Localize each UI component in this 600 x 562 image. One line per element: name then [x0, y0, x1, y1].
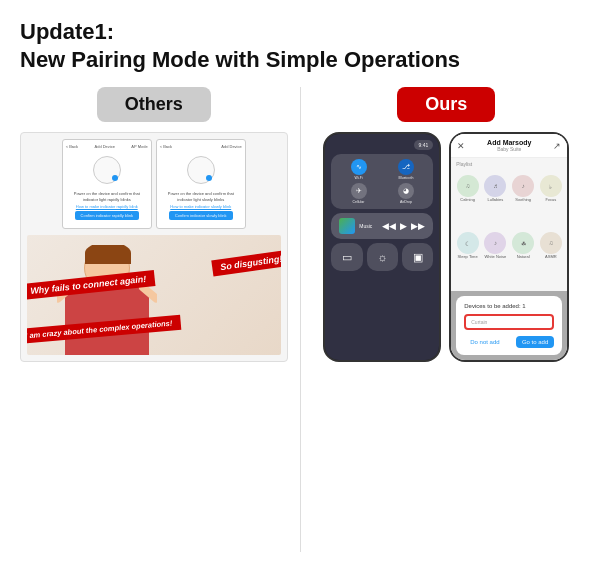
app-nav-titles: Add Marsody Baby Suite	[487, 139, 531, 152]
mini-device-circle-1	[93, 156, 121, 184]
list-item[interactable]: ♭ Focus	[539, 175, 564, 229]
share-icon[interactable]: ↗	[553, 141, 561, 151]
whitenoise-icon: ♪	[484, 232, 506, 254]
list-item[interactable]: ☾ Sleep Time	[455, 232, 480, 286]
right-panel: Ours 9:41 ∿ Wi-Fi	[313, 87, 581, 552]
mini-screen-2-header: < Back Add Device	[160, 144, 242, 149]
camera-icon: ▣	[413, 251, 423, 264]
music-thumbnail	[339, 218, 355, 234]
mini-link-1[interactable]: How to make indicator rapidly blink	[76, 204, 138, 209]
mini-text-2: Power on the device and confirm that ind…	[160, 191, 242, 202]
lullabies-icon: ♬	[484, 175, 506, 197]
brightness-tile[interactable]: ☼	[367, 243, 398, 271]
mini-text-1: Power on the device and confirm that ind…	[66, 191, 148, 202]
person-area: So disgusting! Why fails to connect agai…	[27, 235, 281, 355]
header: Update1: New Pairing Mode with Simple Op…	[20, 18, 580, 73]
do-not-add-button[interactable]: Do not add	[464, 336, 505, 348]
screen-mirror-tile[interactable]: ▭	[331, 243, 362, 271]
ours-phones: 9:41 ∿ Wi-Fi ⎇ Bluetooth	[313, 132, 581, 362]
back-icon[interactable]: ✕	[457, 141, 465, 151]
ours-badge: Ours	[397, 87, 495, 122]
prev-track-button[interactable]: ◀◀	[382, 221, 396, 231]
wifi-toggle[interactable]: ∿ Wi-Fi	[336, 159, 381, 180]
others-content-box: < Back Add Device AP Mode Power on the d…	[20, 132, 288, 362]
dialog-text: Devices to be added: 1	[464, 303, 554, 309]
go-to-add-button[interactable]: Go to add	[516, 336, 554, 348]
mini-button-1[interactable]: Confirm indicator rapidly blink	[75, 211, 139, 220]
app-screen-phone: ✕ Add Marsody Baby Suite ↗ Playlist	[449, 132, 569, 362]
others-badge: Others	[97, 87, 211, 122]
focus-icon: ♭	[540, 175, 562, 197]
ios-control-center-phone: 9:41 ∿ Wi-Fi ⎇ Bluetooth	[323, 132, 441, 362]
phone-screens-row: < Back Add Device AP Mode Power on the d…	[27, 139, 281, 229]
music-controls: ◀◀ ▶ ▶▶	[382, 221, 425, 231]
person-hair	[85, 245, 131, 264]
section-label: Playlist	[451, 158, 567, 170]
left-panel: Others < Back Add Device AP Mode	[20, 87, 288, 552]
list-item[interactable]: ♫ Calming	[455, 175, 480, 229]
mini-button-2[interactable]: Confirm indicator slowly blink	[169, 211, 233, 220]
asmr-icon: ♫	[540, 232, 562, 254]
content-row: Others < Back Add Device AP Mode	[20, 87, 580, 552]
natural-icon: ☘	[512, 232, 534, 254]
app-items-grid: ♫ Calming ♬ Lullabies ♪ Soothing	[451, 170, 567, 291]
dialog-overlay: Devices to be added: 1 Curtain Do not ad…	[451, 291, 567, 360]
list-item[interactable]: ♫ ASMR	[539, 232, 564, 286]
mini-screen-2: < Back Add Device Power on the device an…	[156, 139, 246, 229]
list-item[interactable]: ♪ White Noise	[483, 232, 508, 286]
page-title: Update1: New Pairing Mode with Simple Op…	[20, 18, 580, 73]
calming-icon: ♫	[457, 175, 479, 197]
app-screen: ✕ Add Marsody Baby Suite ↗ Playlist	[451, 134, 567, 360]
dialog-buttons: Do not add Go to add	[464, 336, 554, 348]
mini-screen-1-header: < Back Add Device AP Mode	[66, 144, 148, 149]
bluetooth-toggle[interactable]: ⎇ Bluetooth	[384, 159, 429, 180]
list-item[interactable]: ♪ Soothing	[511, 175, 536, 229]
cellular-icon: ✈	[351, 183, 367, 199]
page: Update1: New Pairing Mode with Simple Op…	[0, 0, 600, 562]
speech-banner-1: So disgusting!	[211, 250, 280, 277]
airdrop-toggle[interactable]: ◕ AirDrop	[384, 183, 429, 204]
airdrop-icon: ◕	[398, 183, 414, 199]
screen-mirror-icon: ▭	[342, 251, 352, 264]
control-center: 9:41 ∿ Wi-Fi ⎇ Bluetooth	[325, 134, 439, 360]
bluetooth-icon: ⎇	[398, 159, 414, 175]
soothing-icon: ♪	[512, 175, 534, 197]
cellular-toggle[interactable]: ✈ Cellular	[336, 183, 381, 204]
next-track-button[interactable]: ▶▶	[411, 221, 425, 231]
mini-circle-dot-1	[112, 175, 118, 181]
play-button[interactable]: ▶	[400, 221, 407, 231]
music-info: Music	[339, 218, 372, 234]
connectivity-block: ∿ Wi-Fi ⎇ Bluetooth ✈ Cellular	[331, 154, 433, 209]
mini-screen-1: < Back Add Device AP Mode Power on the d…	[62, 139, 152, 229]
wifi-icon: ∿	[351, 159, 367, 175]
list-item[interactable]: ♬ Lullabies	[483, 175, 508, 229]
cc-status-bar: 9:41	[331, 140, 433, 150]
app-nav-bar: ✕ Add Marsody Baby Suite ↗	[451, 134, 567, 158]
dialog-box: Devices to be added: 1 Curtain Do not ad…	[456, 296, 562, 355]
mini-device-circle-2	[187, 156, 215, 184]
list-item[interactable]: ☘ Natural	[511, 232, 536, 286]
music-tile[interactable]: Music ◀◀ ▶ ▶▶	[331, 213, 433, 239]
brightness-icon: ☼	[377, 251, 387, 263]
cc-time: 9:41	[414, 140, 434, 150]
camera-tile[interactable]: ▣	[402, 243, 433, 271]
device-name-input[interactable]: Curtain	[464, 314, 554, 330]
cc-bottom-row: ▭ ☼ ▣	[331, 243, 433, 271]
panel-divider	[300, 87, 301, 552]
mini-link-2[interactable]: How to make indicator slowly blink	[170, 204, 231, 209]
sleep-icon: ☾	[457, 232, 479, 254]
mini-circle-dot-2	[206, 175, 212, 181]
